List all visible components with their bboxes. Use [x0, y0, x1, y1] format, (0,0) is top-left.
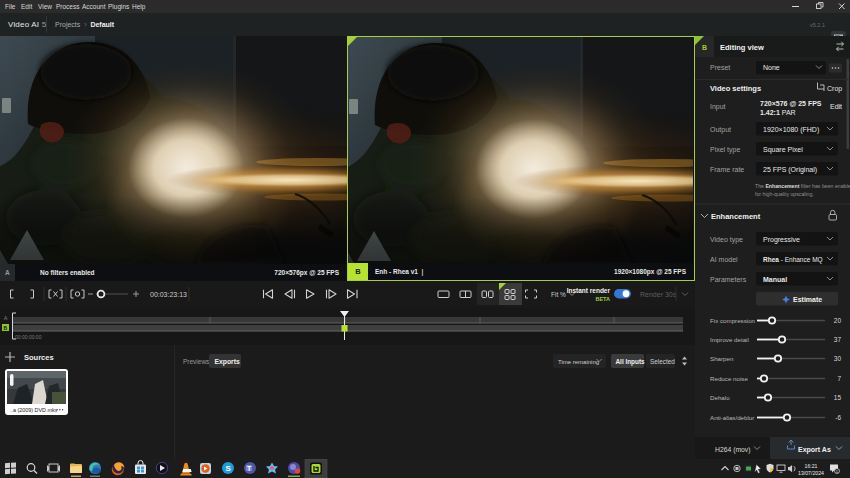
- svg-text:for high-quality upscaling.: for high-quality upscaling.: [755, 191, 814, 197]
- svg-text:Progressive: Progressive: [763, 236, 800, 244]
- svg-text:AI model: AI model: [710, 256, 738, 263]
- svg-text:Crop: Crop: [827, 85, 842, 93]
- svg-text:Pixel type: Pixel type: [710, 146, 740, 154]
- svg-text:20: 20: [834, 317, 842, 324]
- svg-text:Anti-alias/deblur: Anti-alias/deblur: [710, 414, 754, 421]
- svg-text:Exports: Exports: [215, 358, 241, 366]
- svg-text:Estimate: Estimate: [793, 296, 822, 303]
- svg-text:Improve detail: Improve detail: [710, 336, 749, 343]
- svg-text:Video settings: Video settings: [710, 84, 761, 93]
- svg-text:All Inputs: All Inputs: [616, 358, 646, 366]
- svg-text:The Enhancement filter has bee: The Enhancement filter has been enabled: [755, 183, 850, 189]
- svg-text:Enhancement: Enhancement: [711, 212, 761, 221]
- svg-text:Video type: Video type: [710, 236, 743, 244]
- svg-text:15: 15: [834, 394, 842, 401]
- svg-text:00:03:23:13: 00:03:23:13: [150, 291, 187, 298]
- svg-text:Manual: Manual: [763, 276, 787, 283]
- svg-text:25 FPS (Original): 25 FPS (Original): [763, 166, 817, 174]
- svg-text:13/07/2024: 13/07/2024: [798, 470, 824, 476]
- svg-text:Preset: Preset: [710, 64, 730, 71]
- svg-text:1.42:1 PAR: 1.42:1 PAR: [760, 109, 796, 116]
- svg-text:Output: Output: [710, 126, 731, 134]
- svg-text:T: T: [247, 465, 252, 472]
- svg-text:Instant render: Instant render: [567, 287, 611, 294]
- svg-text:BETA: BETA: [595, 296, 610, 302]
- svg-text:Fix compression: Fix compression: [710, 317, 756, 324]
- svg-text:Time remaining: Time remaining: [558, 359, 599, 365]
- svg-text:B: B: [702, 44, 707, 51]
- svg-text:Reduce noise: Reduce noise: [710, 375, 748, 382]
- svg-text:7: 7: [837, 375, 841, 382]
- svg-text:Dehalo: Dehalo: [710, 394, 730, 401]
- svg-text:..a (2009) DVD.mkv: ..a (2009) DVD.mkv: [10, 407, 58, 413]
- svg-text:Fit %: Fit %: [551, 291, 566, 298]
- svg-text:Sharpen: Sharpen: [710, 355, 734, 362]
- svg-text:Previews: Previews: [183, 358, 210, 365]
- svg-text:Export As: Export As: [798, 446, 831, 454]
- svg-text:1920×1080 (FHD): 1920×1080 (FHD): [763, 126, 819, 134]
- svg-text:Input: Input: [710, 103, 726, 111]
- svg-text:-6: -6: [835, 414, 841, 421]
- svg-text:A: A: [4, 315, 8, 321]
- svg-text:Selected: Selected: [650, 358, 675, 365]
- svg-text:S: S: [226, 464, 232, 473]
- svg-text:Frame rate: Frame rate: [710, 166, 744, 173]
- svg-text:B: B: [4, 325, 8, 331]
- svg-text:30: 30: [834, 355, 842, 362]
- svg-text:Render 30s: Render 30s: [640, 291, 677, 298]
- svg-text:Editing view: Editing view: [720, 43, 764, 52]
- svg-text:None: None: [763, 64, 780, 71]
- svg-text:Parameters: Parameters: [710, 276, 747, 283]
- svg-text:H264 (mov): H264 (mov): [715, 446, 751, 454]
- svg-text:Square Pixel: Square Pixel: [763, 146, 803, 154]
- svg-text:Edit: Edit: [830, 103, 842, 110]
- svg-text:Rhea - Enhance MQ: Rhea - Enhance MQ: [763, 256, 823, 264]
- svg-text:00:00:00:00: 00:00:00:00: [15, 334, 42, 340]
- svg-text:37: 37: [834, 336, 842, 343]
- svg-text:Sources: Sources: [24, 353, 54, 362]
- svg-text:720×576 @ 25 FPS: 720×576 @ 25 FPS: [760, 100, 822, 107]
- svg-text:16:21: 16:21: [805, 463, 818, 469]
